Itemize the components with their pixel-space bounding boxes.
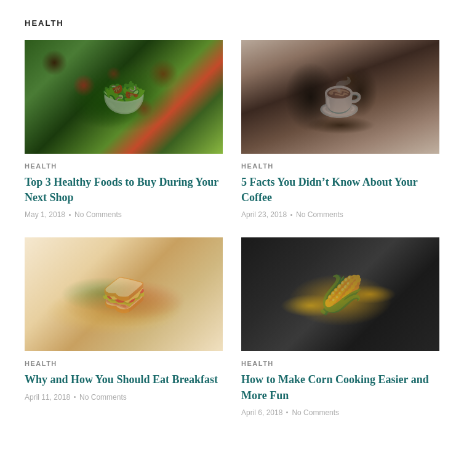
article-title-2[interactable]: 5 Facts You Didn’t Know About Your Coffe… [241,175,439,205]
article-meta-4: April 6, 2018No Comments [241,408,439,417]
article-title-3[interactable]: Why and How You Should Eat Breakfast [25,372,223,387]
article-comments-3[interactable]: No Comments [79,393,127,402]
article-date-1: May 1, 2018 [25,210,65,219]
article-comments-2[interactable]: No Comments [296,210,343,219]
article-dot-3 [74,396,76,398]
article-title-1[interactable]: Top 3 Healthy Foods to Buy During Your N… [25,175,223,205]
article-date-4: April 6, 2018 [241,408,282,417]
article-comments-1[interactable]: No Comments [74,210,122,219]
article-card-1: HEALTHTop 3 Healthy Foods to Buy During … [25,40,223,219]
article-card-4: HEALTHHow to Make Corn Cooking Easier an… [241,237,439,416]
article-image-4[interactable] [241,237,439,351]
article-grid: HEALTHTop 3 Healthy Foods to Buy During … [25,40,439,417]
article-category-1: HEALTH [25,162,223,170]
article-meta-2: April 23, 2018No Comments [241,210,439,219]
article-date-3: April 11, 2018 [25,393,70,402]
article-image-2[interactable] [241,40,439,154]
article-category-2: HEALTH [241,162,439,170]
article-category-4: HEALTH [241,360,439,367]
article-dot-2 [290,214,292,216]
article-dot-1 [69,214,71,216]
article-card-3: HEALTHWhy and How You Should Eat Breakfa… [25,237,223,416]
article-comments-4[interactable]: No Comments [292,408,339,417]
article-image-3[interactable] [25,237,223,351]
article-title-4[interactable]: How to Make Corn Cooking Easier and More… [241,372,439,403]
article-meta-3: April 11, 2018No Comments [25,393,223,402]
article-dot-4 [286,411,288,413]
section-title: HEALTH [25,18,439,28]
article-date-2: April 23, 2018 [241,210,287,219]
article-category-3: HEALTH [25,360,223,367]
article-image-1[interactable] [25,40,223,154]
article-meta-1: May 1, 2018No Comments [25,210,223,219]
article-card-2: HEALTH5 Facts You Didn’t Know About Your… [241,40,439,219]
